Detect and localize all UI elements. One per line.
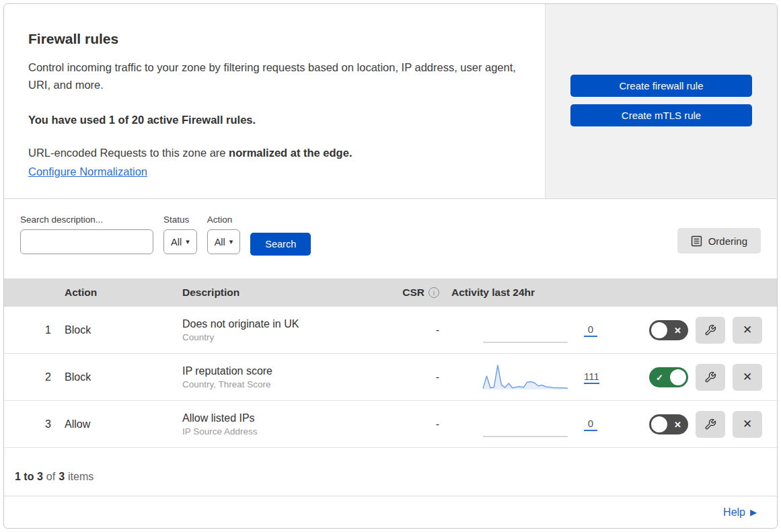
delete-rule-button[interactable]: ✕ <box>733 317 762 344</box>
toggle-knob <box>651 322 667 338</box>
rule-enable-toggle[interactable]: ✓ ✕ <box>649 367 688 387</box>
table-row: 2 Block IP reputation score Country, Thr… <box>4 354 777 401</box>
action-select[interactable]: All ▾ <box>207 229 241 254</box>
configure-normalization-link[interactable]: Configure Normalization <box>28 165 147 178</box>
rule-csr: - <box>436 418 451 430</box>
action-selected-value: All <box>215 237 225 248</box>
rule-controls: ✓ ✕ ✕ <box>609 364 777 391</box>
search-input-wrapper <box>20 229 153 254</box>
status-filter-group: Status All ▾ <box>163 215 197 254</box>
activity-count-link[interactable]: 111 <box>584 371 599 384</box>
search-button[interactable]: Search <box>250 233 311 256</box>
pagination-items: items <box>68 471 94 483</box>
usage-summary: You have used 1 of 20 active Firewall ru… <box>28 114 525 126</box>
close-icon: ✕ <box>743 370 752 384</box>
table-footer: 1 to 3 of 3 items <box>4 448 777 496</box>
activity-sparkline <box>482 363 569 392</box>
delete-rule-button[interactable]: ✕ <box>733 411 762 438</box>
filter-bar: Search description... Status All ▾ Actio… <box>4 199 777 278</box>
rule-description: Does not originate in UK <box>182 318 391 330</box>
arrow-right-icon: ▶ <box>750 507 757 517</box>
search-input[interactable] <box>33 237 155 248</box>
wrench-icon <box>704 418 716 430</box>
header-activity: Activity last 24hr <box>451 287 609 299</box>
x-icon: ✕ <box>674 325 681 335</box>
x-icon: ✕ <box>674 419 681 429</box>
rule-activity-cell: 0 <box>451 315 609 345</box>
search-group: Search description... <box>20 215 153 254</box>
chevron-down-icon: ▾ <box>229 237 233 246</box>
rule-criteria: Country <box>182 332 391 342</box>
rule-csr: - <box>436 371 451 383</box>
header-description: Description <box>182 287 391 299</box>
rule-enable-toggle[interactable]: ✓ ✕ <box>649 320 688 340</box>
close-icon: ✕ <box>743 417 752 431</box>
page-description: Control incoming traffic to your zone by… <box>28 59 525 93</box>
rule-description: Allow listed IPs <box>182 412 391 424</box>
edit-rule-button[interactable] <box>696 317 725 344</box>
normalization-note: URL-encoded Requests to this zone are no… <box>28 147 525 159</box>
chevron-down-icon: ▾ <box>186 237 190 246</box>
rule-priority: 3 <box>4 418 65 430</box>
delete-rule-button[interactable]: ✕ <box>733 364 762 391</box>
toggle-knob <box>651 416 667 432</box>
header-csr: CSR i <box>402 287 451 299</box>
action-label: Action <box>207 215 241 225</box>
pagination-range: 1 to 3 <box>15 471 43 483</box>
rule-criteria: Country, Threat Score <box>182 379 391 389</box>
rule-description-cell: IP reputation score Country, Threat Scor… <box>182 365 391 389</box>
rule-criteria: IP Source Address <box>182 426 391 436</box>
activity-count-link[interactable]: 0 <box>584 418 597 431</box>
firewall-rules-card: Firewall rules Control incoming traffic … <box>3 3 778 529</box>
pagination-of: of <box>46 471 55 483</box>
rule-action: Allow <box>65 418 182 430</box>
rule-description-cell: Allow listed IPs IP Source Address <box>182 412 391 436</box>
header-csr-label: CSR <box>402 287 424 299</box>
rule-controls: ✓ ✕ ✕ <box>609 317 777 344</box>
rule-description: IP reputation score <box>182 365 391 377</box>
table-header: Action Description CSR i Activity last 2… <box>4 278 777 307</box>
wrench-icon <box>704 371 716 383</box>
rule-activity-cell: 111 <box>451 363 609 392</box>
create-mtls-rule-button[interactable]: Create mTLS rule <box>570 104 752 126</box>
activity-count-link[interactable]: 0 <box>584 324 597 337</box>
rule-description-cell: Does not originate in UK Country <box>182 318 391 342</box>
status-select[interactable]: All ▾ <box>163 229 197 254</box>
activity-sparkline <box>482 410 569 439</box>
hero-actions-panel: Create firewall rule Create mTLS rule <box>545 4 777 198</box>
search-label: Search description... <box>20 215 153 225</box>
help-link[interactable]: Help ▶ <box>723 506 757 519</box>
pagination-total: 3 <box>59 471 65 483</box>
normalization-note-bold: normalized at the edge. <box>229 147 352 159</box>
edit-rule-button[interactable] <box>696 411 725 438</box>
toggle-knob <box>670 369 686 385</box>
hero-section: Firewall rules Control incoming traffic … <box>4 4 777 199</box>
activity-sparkline <box>482 315 569 345</box>
list-icon <box>691 235 702 247</box>
rule-activity-cell: 0 <box>451 410 609 439</box>
page: Firewall rules Control incoming traffic … <box>0 0 781 532</box>
header-action: Action <box>65 287 182 299</box>
rule-action: Block <box>65 324 182 336</box>
hero-text-block: Firewall rules Control incoming traffic … <box>4 4 545 198</box>
help-bar: Help ▶ <box>4 496 777 528</box>
close-icon: ✕ <box>743 323 752 337</box>
info-icon[interactable]: i <box>429 287 439 298</box>
ordering-button[interactable]: Ordering <box>677 228 761 254</box>
rule-csr: - <box>436 324 451 336</box>
rule-priority: 1 <box>4 324 65 336</box>
rule-controls: ✓ ✕ ✕ <box>609 411 777 438</box>
rule-enable-toggle[interactable]: ✓ ✕ <box>649 414 688 434</box>
ordering-button-label: Ordering <box>708 235 747 247</box>
page-title: Firewall rules <box>28 31 525 47</box>
wrench-icon <box>704 324 716 336</box>
table-row: 1 Block Does not originate in UK Country… <box>4 307 777 354</box>
create-firewall-rule-button[interactable]: Create firewall rule <box>570 75 752 97</box>
table-row: 3 Allow Allow listed IPs IP Source Addre… <box>4 401 777 448</box>
check-icon: ✓ <box>656 372 663 382</box>
rule-priority: 2 <box>4 371 65 383</box>
edit-rule-button[interactable] <box>696 364 725 391</box>
status-label: Status <box>163 215 197 225</box>
rule-action: Block <box>65 371 182 383</box>
action-filter-group: Action All ▾ <box>207 215 241 254</box>
